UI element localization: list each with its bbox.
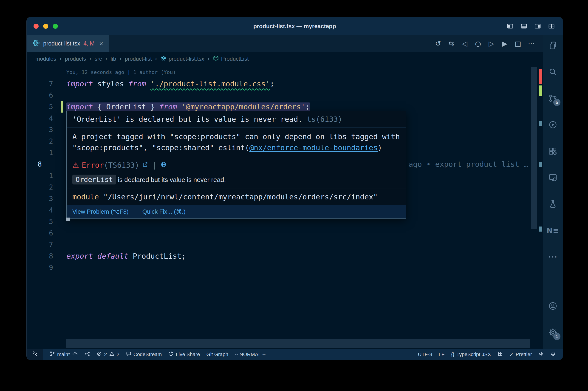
problems-item[interactable]: 2 2: [96, 351, 119, 358]
previous-change-icon[interactable]: ◁: [460, 39, 470, 48]
language-label: TypeScript JSX: [456, 352, 491, 357]
customize-layout-icon[interactable]: [548, 23, 555, 30]
prettier-item[interactable]: ✓ Prettier: [509, 352, 532, 357]
breadcrumb-separator: ›: [119, 56, 122, 62]
quick-fix-button[interactable]: Quick Fix... (⌘.): [142, 208, 186, 215]
branch-status-item[interactable]: main*: [50, 351, 78, 358]
hover-resize-handle[interactable]: [66, 217, 70, 221]
line-number[interactable]: 4: [27, 204, 53, 216]
live-share-item[interactable]: Live Share: [168, 351, 200, 358]
cloud-upload-icon: [72, 351, 78, 358]
breadcrumb-item-symbol[interactable]: ProductList: [213, 55, 249, 63]
git-branch-icon: [50, 351, 55, 358]
toggle-secondary-sidebar-icon[interactable]: [534, 23, 541, 30]
additional-views-icon[interactable]: ···: [546, 250, 560, 264]
react-file-icon: [160, 55, 166, 63]
line-number[interactable]: 1: [27, 147, 53, 159]
encoding-item[interactable]: UTF-8: [418, 352, 432, 357]
breadcrumb-item-modules[interactable]: modules: [35, 56, 56, 62]
codestream-item[interactable]: CodeStream: [126, 351, 162, 358]
nx-console-icon[interactable]: N≡: [546, 224, 560, 237]
horizontal-scrollbar[interactable]: [66, 339, 530, 348]
source-control-icon[interactable]: 5: [546, 92, 560, 105]
settings-badge: 1: [553, 333, 560, 340]
code-line[interactable]: export default ProductList;: [66, 250, 186, 262]
file-history-icon[interactable]: ↺: [433, 39, 443, 48]
main-area: product-list.tsx 4, M × ↺ ⇆ ◁ ○ ▷ ▶ ◫ ··…: [27, 35, 563, 349]
status-bar: main* 2 2: [27, 349, 563, 360]
line-number[interactable]: 4: [27, 112, 53, 124]
search-icon[interactable]: [546, 65, 560, 79]
symbol-cube-icon: [213, 55, 219, 63]
live-share-label: Live Share: [176, 352, 200, 357]
breadcrumb-item-lib[interactable]: lib: [111, 56, 116, 62]
extensions-icon[interactable]: [546, 144, 560, 158]
breadcrumb-item-product-list[interactable]: product-list: [125, 56, 152, 62]
code-editor[interactable]: You, 12 seconds ago | 1 author (You) 7 i…: [27, 66, 543, 349]
eol-item[interactable]: LF: [439, 352, 445, 357]
close-window-button[interactable]: [34, 24, 39, 29]
accounts-icon[interactable]: [546, 299, 560, 313]
line-number[interactable]: 1: [27, 170, 53, 182]
run-and-debug-icon[interactable]: [546, 118, 560, 131]
breadcrumb-item-file[interactable]: product-list.tsx: [160, 55, 204, 63]
remote-icon: [32, 351, 38, 358]
ports-grid-item[interactable]: [498, 351, 503, 358]
tab-product-list[interactable]: product-list.tsx 4, M ×: [27, 35, 109, 52]
settings-gear-icon[interactable]: 1: [546, 326, 560, 339]
vim-mode-item[interactable]: -- NORMAL --: [235, 352, 266, 357]
run-file-icon[interactable]: ▶: [500, 39, 510, 48]
remote-indicator[interactable]: [27, 349, 43, 360]
language-mode-item[interactable]: {} TypeScript JSX: [451, 352, 491, 357]
commit-graph-item[interactable]: [84, 351, 90, 358]
current-line-number[interactable]: 8: [27, 159, 53, 170]
hover-eslint-diagnostic: A project tagged with "scope:products" c…: [67, 127, 406, 157]
line-number[interactable]: 8: [27, 250, 53, 262]
breadcrumb-item-src[interactable]: src: [95, 56, 102, 62]
feedback-item[interactable]: [538, 351, 544, 358]
breadcrumb-item-products[interactable]: products: [65, 56, 86, 62]
toggle-blame-icon[interactable]: ○: [473, 39, 483, 48]
line-number[interactable]: 2: [27, 182, 53, 193]
line-number[interactable]: 7: [27, 78, 53, 90]
ts-diagnostic-source: ts(6133): [307, 115, 342, 124]
view-problem-button[interactable]: View Problem (⌥F8): [72, 208, 129, 215]
open-external-icon[interactable]: [142, 161, 148, 170]
notifications-bell-item[interactable]: [550, 351, 556, 358]
explorer-icon[interactable]: [546, 39, 560, 52]
line-number[interactable]: 9: [27, 262, 53, 273]
zoom-window-button[interactable]: [53, 24, 58, 29]
error-circle-icon: [96, 351, 102, 358]
testing-beaker-icon[interactable]: [546, 197, 560, 211]
code-line[interactable]: import styles from './product-list.modul…: [66, 78, 274, 90]
line-number[interactable]: 2: [27, 136, 53, 147]
hover-error-section: ⚠ Error(TS6133) |: [67, 157, 406, 189]
line-number[interactable]: 3: [27, 124, 53, 136]
next-change-icon[interactable]: ▷: [486, 39, 496, 48]
info-marker: [539, 226, 542, 232]
line-number[interactable]: 5: [27, 101, 53, 112]
braces-icon: {}: [451, 352, 455, 357]
toggle-panel-icon[interactable]: [520, 23, 527, 30]
line-number[interactable]: 7: [27, 239, 53, 250]
line-number[interactable]: 5: [27, 216, 53, 227]
line-number[interactable]: 3: [27, 193, 53, 204]
toggle-primary-sidebar-icon[interactable]: [507, 23, 513, 30]
tab-close-icon[interactable]: ×: [99, 40, 103, 47]
minimize-window-button[interactable]: [43, 24, 48, 29]
breadcrumb-separator: ›: [60, 56, 62, 62]
git-graph-item[interactable]: Git Graph: [206, 352, 228, 357]
more-actions-icon[interactable]: ···: [526, 39, 536, 48]
vertical-scrollbar[interactable]: [531, 67, 537, 229]
split-editor-icon[interactable]: ◫: [513, 39, 523, 48]
line-number[interactable]: 6: [27, 227, 53, 239]
gitlens-blame-annotation: You, 12 seconds ago | 1 author (You): [66, 67, 176, 78]
eslint-rule-link[interactable]: @nx/enforce-module-boundaries: [250, 143, 378, 152]
error-code: (TS6133): [104, 161, 139, 170]
line-number[interactable]: 6: [27, 90, 53, 101]
remote-explorer-icon[interactable]: [546, 171, 560, 184]
breadcrumb-file-label: product-list.tsx: [168, 56, 204, 62]
open-changes-icon[interactable]: ⇆: [446, 39, 456, 48]
globe-icon[interactable]: [160, 161, 167, 170]
breadcrumb-separator: ›: [155, 56, 157, 62]
